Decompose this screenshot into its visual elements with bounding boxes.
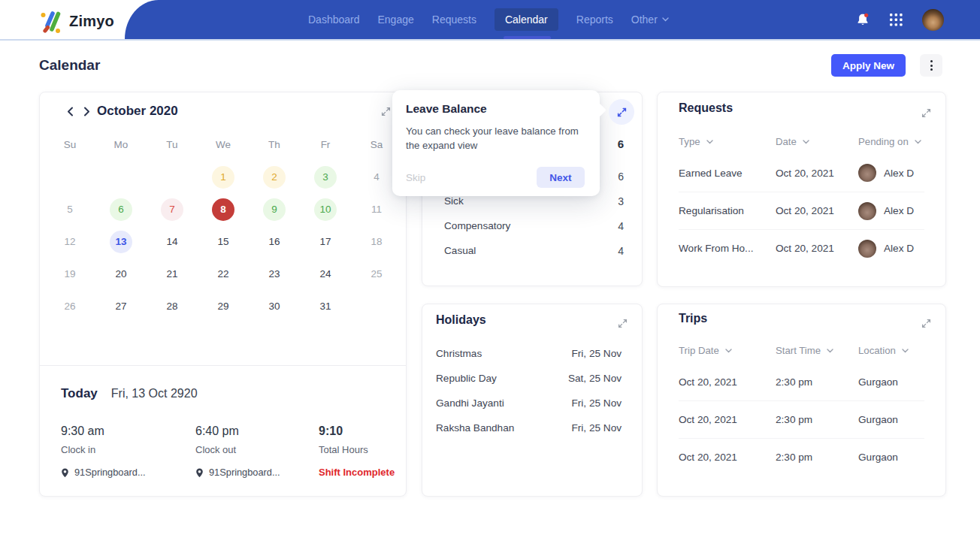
day-header: We — [216, 139, 231, 150]
clock-in-location: 91Springboard... — [61, 466, 146, 479]
calendar-day-9[interactable]: 9 — [263, 198, 286, 221]
column-header[interactable]: Start Time — [776, 345, 858, 356]
trip-row[interactable]: Oct 20, 2021 2:30 pm Gurgaon — [679, 438, 924, 476]
calendar-day-empty — [365, 295, 388, 318]
today-row: Today Fri, 13 Oct 2920 — [61, 386, 198, 401]
calendar-day-26[interactable]: 26 — [59, 295, 81, 318]
user-avatar[interactable] — [922, 9, 944, 31]
day-header: Sa — [371, 139, 383, 150]
calendar-day-10[interactable]: 10 — [314, 198, 337, 221]
holidays-title: Holidays — [436, 313, 486, 327]
trip-start-time: 2:30 pm — [776, 376, 858, 388]
leave-value: 3 — [618, 195, 624, 207]
trip-row[interactable]: Oct 20, 2021 2:30 pm Gurgaon — [679, 363, 924, 400]
calendar-day-30[interactable]: 30 — [263, 295, 286, 318]
calendar-day-18[interactable]: 18 — [365, 231, 388, 253]
calendar-day-24[interactable]: 24 — [314, 263, 337, 286]
apps-grid-icon[interactable] — [890, 14, 903, 26]
brand-logo[interactable]: Zimyo — [39, 8, 114, 34]
today-label: Today — [61, 386, 98, 401]
trip-start-time: 2:30 pm — [776, 414, 858, 425]
calendar-day-23[interactable]: 23 — [263, 263, 286, 286]
clock-out-stat: 6:40 pm Clock out 91Springboard... — [195, 423, 280, 479]
calendar-day-16[interactable]: 16 — [263, 231, 286, 253]
calendar-day-11[interactable]: 11 — [365, 198, 388, 221]
calendar-day-2[interactable]: 2 — [263, 166, 286, 189]
requests-title: Requests — [679, 101, 733, 115]
calendar-day-1[interactable]: 1 — [212, 166, 234, 189]
trips-title: Trips — [679, 312, 707, 325]
calendar-expand-icon[interactable] — [380, 106, 392, 120]
calendar-day-27[interactable]: 27 — [110, 295, 132, 318]
calendar-grid: SuMoTuWeThFrSa12345678910111213141516171… — [44, 128, 402, 322]
trips-expand-icon[interactable] — [921, 318, 932, 332]
request-type: Earned Leave — [679, 168, 776, 179]
chevron-down-icon — [827, 349, 833, 353]
column-header[interactable]: Type — [679, 136, 776, 147]
chevron-down-icon — [662, 17, 669, 22]
nav-item-requests[interactable]: Requests — [432, 8, 476, 31]
column-header[interactable]: Trip Date — [679, 345, 776, 356]
day-header: Fr — [321, 139, 331, 150]
request-row[interactable]: Work From Ho... Oct 20, 2021 Alex D — [679, 229, 924, 267]
calendar-month-label: October 2020 — [97, 104, 178, 119]
chevron-down-icon — [902, 349, 909, 353]
total-hours-stat: 9:10 Total Hours Shift Incomplete — [319, 423, 395, 479]
location-pin-icon — [195, 468, 204, 478]
trip-row[interactable]: Oct 20, 2021 2:30 pm Gurgaon — [679, 400, 924, 438]
holiday-row: Christmas Fri, 25 Nov — [436, 341, 622, 366]
calendar-day-13[interactable]: 13 — [110, 231, 132, 253]
calendar-day-17[interactable]: 17 — [314, 231, 337, 253]
total-hours-time: 9:10 — [319, 423, 395, 440]
trip-date: Oct 20, 2021 — [679, 376, 776, 388]
calendar-day-3[interactable]: 3 — [314, 166, 337, 189]
nav-item-dashboard[interactable]: Dashboard — [308, 8, 360, 31]
request-pending-on: Alex D — [858, 164, 924, 182]
nav-item-reports[interactable]: Reports — [576, 8, 613, 31]
apply-new-button[interactable]: Apply New — [831, 54, 906, 77]
calendar-day-19[interactable]: 19 — [59, 263, 81, 286]
holidays-expand-icon[interactable] — [617, 318, 628, 332]
calendar-day-5[interactable]: 5 — [59, 198, 81, 221]
trips-rows: Oct 20, 2021 2:30 pm Gurgaon Oct 20, 202… — [679, 363, 924, 476]
nav-item-other[interactable]: Other — [631, 8, 669, 31]
nav-item-calendar[interactable]: Calendar — [495, 8, 558, 31]
more-options-button[interactable] — [920, 54, 942, 77]
calendar-day-6[interactable]: 6 — [110, 198, 132, 221]
calendar-day-7[interactable]: 7 — [161, 198, 183, 221]
calendar-day-29[interactable]: 29 — [212, 295, 234, 318]
calendar-day-20[interactable]: 20 — [110, 263, 132, 286]
column-header[interactable]: Date — [776, 136, 858, 147]
request-date: Oct 20, 2021 — [776, 243, 858, 254]
calendar-day-12[interactable]: 12 — [59, 231, 81, 253]
calendar-day-8[interactable]: 8 — [212, 198, 234, 221]
calendar-day-15[interactable]: 15 — [212, 231, 234, 253]
calendar-day-28[interactable]: 28 — [161, 295, 183, 318]
request-row[interactable]: Earned Leave Oct 20, 2021 Alex D — [679, 154, 924, 192]
leave-balance-expand-icon[interactable] — [609, 99, 634, 125]
requests-columns: Type Date Pending on — [679, 136, 924, 147]
request-row[interactable]: Regularisation Oct 20, 2021 Alex D — [679, 192, 924, 229]
total-hours-label: Total Hours — [319, 443, 395, 456]
request-type: Work From Ho... — [679, 243, 776, 254]
page: Zimyo DashboardEngageRequestsCalendarRep… — [0, 0, 980, 556]
notifications-bell-icon[interactable] — [855, 12, 870, 27]
calendar-day-21[interactable]: 21 — [161, 263, 183, 286]
chevron-down-icon — [803, 140, 809, 144]
nav-item-engage[interactable]: Engage — [378, 8, 414, 31]
next-month-button[interactable] — [79, 103, 94, 119]
calendar-day-14[interactable]: 14 — [161, 231, 183, 253]
prev-month-button[interactable] — [62, 103, 77, 119]
calendar-day-4[interactable]: 4 — [365, 166, 388, 189]
column-header[interactable]: Pending on — [858, 136, 924, 147]
popup-skip-button[interactable]: Skip — [406, 172, 425, 183]
popup-next-button[interactable]: Next — [537, 167, 585, 188]
column-header[interactable]: Location — [858, 345, 924, 356]
clock-out-time: 6:40 pm — [195, 423, 280, 440]
request-pending-on: Alex D — [858, 240, 924, 258]
calendar-day-22[interactable]: 22 — [212, 263, 234, 286]
requests-expand-icon[interactable] — [921, 107, 932, 122]
calendar-day-25[interactable]: 25 — [365, 263, 388, 286]
holiday-date: Sat, 25 Nov — [568, 373, 622, 384]
calendar-day-31[interactable]: 31 — [314, 295, 337, 318]
